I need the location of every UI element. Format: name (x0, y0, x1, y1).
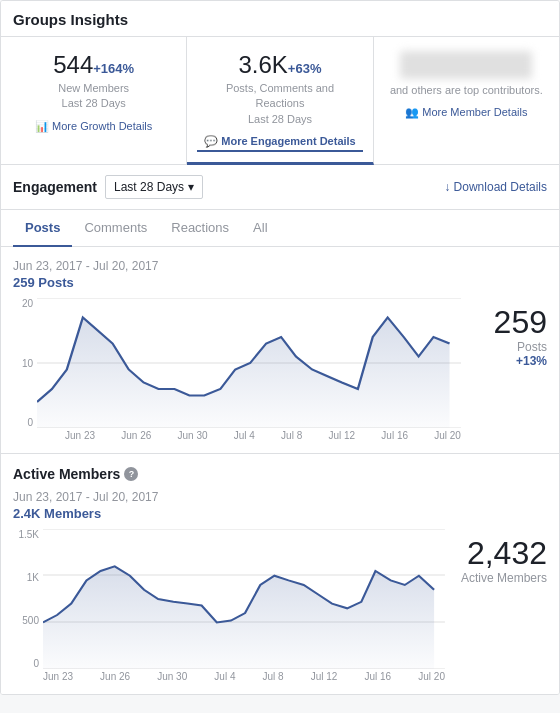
posts-stat-number: 259 (477, 306, 547, 338)
engagement-icon: 💬 (204, 135, 218, 147)
active-chart-area: 1.5K 1K 500 0 (13, 529, 547, 682)
more-engagement-details-link[interactable]: 💬More Engagement Details (197, 135, 362, 152)
svg-marker-3 (37, 318, 450, 429)
x-label-jul12: Jul 12 (328, 430, 355, 441)
svg-marker-8 (43, 566, 434, 669)
members-card: and others are top contributors. 👥More M… (374, 37, 559, 164)
active-members-section: Active Members ? Jun 23, 2017 - Jul 20, … (1, 454, 559, 694)
posts-chart-title: 259 Posts (13, 275, 547, 290)
active-stat: 2,432 Active Members (461, 529, 547, 585)
ax-label-jul16: Jul 16 (365, 671, 392, 682)
chevron-down-icon: ▾ (188, 180, 194, 194)
period-selector[interactable]: Last 28 Days ▾ (105, 175, 203, 199)
active-date-range: Jun 23, 2017 - Jul 20, 2017 (13, 490, 547, 504)
active-chart-title: 2.4K Members (13, 506, 547, 521)
y-label-10: 10 (13, 358, 33, 369)
engagement-bar-label: Engagement (13, 179, 97, 195)
more-growth-details-link[interactable]: 📊More Growth Details (11, 120, 176, 133)
posts-svg-chart (37, 298, 461, 428)
engagement-number: 3.6K+63% (197, 51, 362, 79)
download-details-link[interactable]: ↓ Download Details (444, 180, 547, 194)
groups-insights-panel: Groups Insights 544+164% New MembersLast… (0, 0, 560, 695)
y-label-0-active: 0 (13, 658, 39, 669)
posts-date-range: Jun 23, 2017 - Jul 20, 2017 (13, 259, 547, 273)
x-label-jul20: Jul 20 (434, 430, 461, 441)
active-members-title: Active Members (13, 466, 120, 482)
ax-label-jun30: Jun 30 (157, 671, 187, 682)
ax-label-jun23: Jun 23 (43, 671, 73, 682)
y-label-1500: 1.5K (13, 529, 39, 540)
posts-chart-area: 20 10 0 (13, 298, 547, 441)
active-stat-label: Active Members (461, 571, 547, 585)
active-x-labels: Jun 23 Jun 26 Jun 30 Jul 4 Jul 8 Jul 12 … (43, 671, 445, 682)
x-label-jun23: Jun 23 (65, 430, 95, 441)
tab-comments[interactable]: Comments (72, 210, 159, 247)
person-icon: 👥 (405, 106, 419, 118)
ax-label-jul8: Jul 8 (263, 671, 284, 682)
new-members-card: 544+164% New MembersLast 28 Days 📊More G… (1, 37, 187, 164)
active-svg-chart (43, 529, 445, 669)
y-label-1000: 1K (13, 572, 39, 583)
engagement-card: 3.6K+63% Posts, Comments andReactionsLas… (187, 37, 373, 165)
ax-label-jul12: Jul 12 (311, 671, 338, 682)
posts-stat-label: Posts (477, 340, 547, 354)
posts-chart-container: 20 10 0 (13, 298, 461, 441)
active-chart-container: 1.5K 1K 500 0 (13, 529, 445, 682)
active-members-header: Active Members ? (13, 466, 547, 482)
posts-stat-change: +13% (477, 354, 547, 368)
x-label-jun30: Jun 30 (178, 430, 208, 441)
new-members-label: New MembersLast 28 Days (11, 81, 176, 112)
y-label-500: 500 (13, 615, 39, 626)
x-label-jul16: Jul 16 (381, 430, 408, 441)
y-label-20: 20 (13, 298, 33, 309)
tab-all[interactable]: All (241, 210, 279, 247)
info-icon[interactable]: ? (124, 467, 138, 481)
more-member-details-link[interactable]: 👥More Member Details (384, 106, 549, 119)
stats-row: 544+164% New MembersLast 28 Days 📊More G… (1, 37, 559, 165)
engagement-label: Posts, Comments andReactionsLast 28 Days (197, 81, 362, 127)
ax-label-jul20: Jul 20 (418, 671, 445, 682)
bar-chart-icon: 📊 (35, 120, 49, 132)
x-label-jul4: Jul 4 (234, 430, 255, 441)
y-label-0: 0 (13, 417, 33, 428)
x-label-jul8: Jul 8 (281, 430, 302, 441)
new-members-number: 544+164% (11, 51, 176, 79)
blurred-avatar-area (400, 51, 532, 79)
active-stat-number: 2,432 (461, 537, 547, 569)
tab-posts[interactable]: Posts (13, 210, 72, 247)
posts-x-labels: Jun 23 Jun 26 Jun 30 Jul 4 Jul 8 Jul 12 … (37, 430, 461, 441)
posts-stat: 259 Posts +13% (477, 298, 547, 368)
panel-title: Groups Insights (1, 1, 559, 37)
x-label-jun26: Jun 26 (121, 430, 151, 441)
engagement-bar: Engagement Last 28 Days ▾ ↓ Download Det… (1, 165, 559, 210)
tab-reactions[interactable]: Reactions (159, 210, 241, 247)
posts-chart-section: Jun 23, 2017 - Jul 20, 2017 259 Posts 20… (1, 247, 559, 454)
members-label: and others are top contributors. (384, 83, 549, 98)
ax-label-jul4: Jul 4 (214, 671, 235, 682)
engagement-bar-left: Engagement Last 28 Days ▾ (13, 175, 203, 199)
chart-tabs: Posts Comments Reactions All (1, 210, 559, 247)
ax-label-jun26: Jun 26 (100, 671, 130, 682)
